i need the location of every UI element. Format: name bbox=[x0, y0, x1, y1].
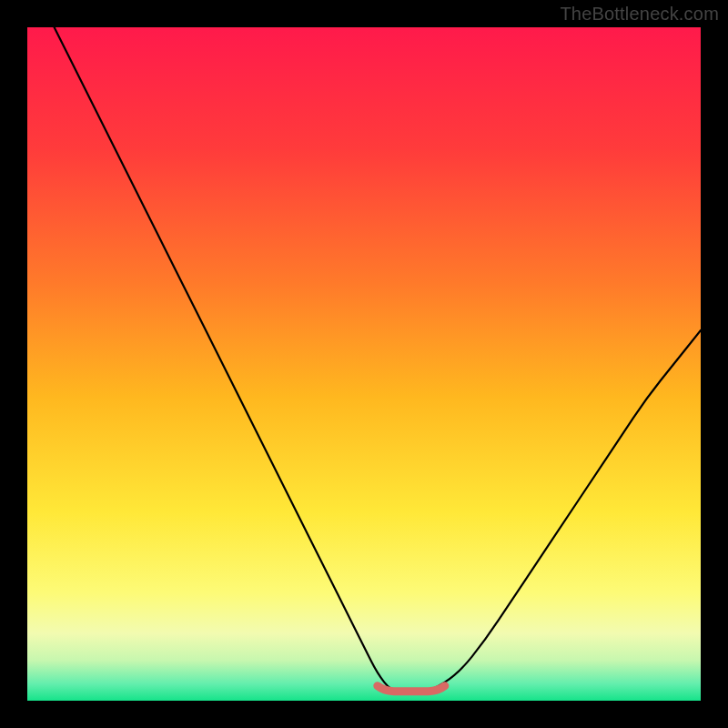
chart-frame: TheBottleneck.com bbox=[0, 0, 728, 728]
bottleneck-curve bbox=[55, 27, 701, 693]
plot-area bbox=[27, 27, 701, 701]
curve-layer bbox=[27, 27, 701, 701]
flat-segment bbox=[378, 686, 445, 692]
attribution-label: TheBottleneck.com bbox=[560, 4, 719, 25]
